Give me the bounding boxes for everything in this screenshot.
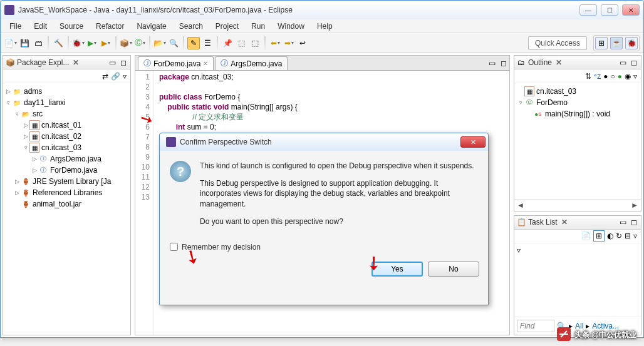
categorize-icon[interactable]: ⊞ (593, 230, 605, 242)
new-button[interactable]: 📄 (4, 37, 17, 49)
menu-refactor[interactable]: Refactor (91, 21, 129, 32)
editor-tabs: Ⓙ ForDemo.java ✕ Ⓙ ArgsDemo.java ▭ ◻ (135, 56, 509, 71)
titlebar: JavaSE_WorkSpace - Java - day11_lianxi/s… (1, 1, 643, 19)
collapse-all-icon[interactable]: ⇄ (102, 72, 108, 81)
view-menu-icon[interactable]: ▿ (123, 72, 127, 81)
outline-icon: 🗂 (517, 58, 526, 67)
tree-item[interactable]: ▷🏺JRE System Library [Ja (4, 176, 129, 187)
method-icon: ●S (533, 109, 543, 119)
tree-item[interactable]: ▷📁adms (4, 86, 129, 97)
menu-run[interactable]: Run (246, 21, 270, 32)
new-task-icon[interactable]: 📄 (581, 232, 591, 240)
eclipse-icon (4, 5, 14, 15)
toggle-mark-button[interactable]: ✎ (187, 37, 200, 49)
tree-item[interactable]: ▿▦cn.itcast_03 (4, 142, 129, 153)
sort-icon[interactable]: ⇅ (585, 72, 591, 81)
nav-left-button[interactable]: ⬅ (269, 37, 281, 49)
menu-project[interactable]: Project (210, 21, 244, 32)
menu-navigate[interactable]: Navigate (132, 21, 171, 32)
outline-close[interactable]: ✕ (556, 58, 562, 67)
find-input[interactable] (517, 320, 554, 332)
minimize-button[interactable]: — (579, 4, 597, 16)
tab-fordemo[interactable]: Ⓙ ForDemo.java ✕ (138, 56, 214, 70)
outline-tree[interactable]: ▦cn.itcast_03 ▿ⒸForDemo ●Smain(String[])… (514, 83, 641, 200)
dialog-close-button[interactable]: ✕ (460, 136, 486, 148)
minimize-icon[interactable]: ▭ (108, 58, 117, 67)
package-icon: ▦ (524, 86, 534, 96)
toggle-breadcrumb-button[interactable]: ☰ (201, 37, 214, 49)
tree-item[interactable]: 🏺animal_tool.jar (4, 198, 129, 210)
maximize-button[interactable]: ☐ (601, 4, 618, 16)
tree-item[interactable]: ▷🏺Referenced Libraries (4, 187, 129, 198)
minimize-icon[interactable]: ▭ (618, 58, 627, 67)
package-tree[interactable]: ▷📁adms▿📁day11_lianxi▿📂src▷▦cn.itcast_01▷… (3, 83, 130, 335)
hide-nonpublic-icon[interactable]: ● (618, 72, 622, 81)
link-button[interactable]: ⬚ (249, 37, 261, 49)
link-editor-icon[interactable]: 🔗 (111, 72, 120, 81)
menu-window[interactable]: Window (273, 21, 309, 32)
nav-right-button[interactable]: ➡ (283, 37, 295, 49)
tree-item[interactable]: ▷▦cn.itcast_01 (4, 120, 129, 131)
menu-source[interactable]: Source (55, 21, 88, 32)
quick-access[interactable]: Quick Access (528, 36, 587, 50)
task-button[interactable]: ⬚ (235, 37, 247, 49)
tasklist-title: Task List (528, 218, 558, 226)
editor-minimize-icon[interactable]: ▭ (486, 56, 498, 70)
new-package-button[interactable]: 📦 (120, 37, 132, 49)
menu-search[interactable]: Search (174, 21, 208, 32)
tasklist-menu-icon[interactable]: ▿ (633, 232, 637, 240)
debug-button[interactable]: 🐞 (72, 37, 85, 49)
tab-close-icon[interactable]: ✕ (203, 60, 208, 67)
minimize-icon[interactable]: ▭ (618, 218, 627, 226)
debug-perspective-button[interactable]: 🐞 (625, 37, 638, 49)
save-button[interactable]: 💾 (18, 37, 31, 49)
java-perspective-button[interactable]: ☕ (610, 37, 623, 49)
menu-file[interactable]: File (4, 21, 26, 32)
hide-static-icon[interactable]: ○ (611, 72, 615, 81)
run-button[interactable]: ▶ (86, 37, 98, 49)
collapse-icon[interactable]: ⊟ (625, 232, 631, 240)
maximize-icon[interactable]: ◻ (630, 218, 638, 226)
tree-item[interactable]: ▷ⒿArgsDemo.java (4, 153, 129, 165)
expand-icon[interactable]: ▿ (517, 246, 521, 255)
dialog-title: Confirm Perspective Switch (180, 138, 460, 146)
pin-button[interactable]: 📌 (221, 37, 234, 49)
tree-item[interactable]: ▿📁day11_lianxi (4, 97, 129, 108)
sync-icon[interactable]: ↻ (616, 232, 622, 240)
az-icon[interactable]: ᵃz (594, 72, 601, 81)
menu-edit[interactable]: Edit (29, 21, 52, 32)
yes-button[interactable]: Yes (371, 262, 423, 277)
menubar: File Edit Source Refactor Navigate Searc… (1, 19, 643, 33)
java-file-icon: Ⓙ (221, 58, 228, 69)
package-explorer-close[interactable]: ✕ (73, 58, 79, 67)
tree-item[interactable]: ▿📂src (4, 108, 129, 120)
focus-icon[interactable]: ◐ (607, 232, 613, 240)
remember-checkbox[interactable] (170, 243, 178, 251)
hide-fields-icon[interactable]: ● (603, 72, 608, 81)
tree-item[interactable]: ▷▦cn.itcast_02 (4, 131, 129, 142)
outline-scrollbar[interactable]: ◄► (514, 200, 641, 211)
close-button[interactable]: ✕ (622, 4, 640, 16)
tasklist-icon: 📋 (517, 218, 526, 226)
search-button[interactable]: 🔍 (167, 37, 180, 49)
open-perspective-button[interactable]: ⊞ (595, 37, 608, 49)
window-title: JavaSE_WorkSpace - Java - day11_lianxi/s… (18, 6, 579, 14)
class-icon: Ⓒ (524, 98, 534, 108)
maximize-icon[interactable]: ◻ (630, 58, 638, 67)
build-button[interactable]: 🔨 (52, 37, 65, 49)
last-edit-button[interactable]: ↩ (296, 37, 309, 49)
outline-menu-icon[interactable]: ▿ (633, 72, 637, 81)
tree-item[interactable]: ▷ⒿForDemo.java (4, 165, 129, 176)
run-last-button[interactable]: ▶ (100, 37, 112, 49)
tasklist-close[interactable]: ✕ (561, 218, 568, 226)
editor-maximize-icon[interactable]: ◻ (498, 56, 509, 70)
save-all-button[interactable]: 🗃 (32, 37, 44, 49)
tab-argsdemo[interactable]: Ⓙ ArgsDemo.java (215, 56, 288, 70)
menu-help[interactable]: Help (312, 21, 338, 32)
hide-local-icon[interactable]: ◉ (625, 72, 631, 81)
open-type-button[interactable]: 📂 (153, 37, 166, 49)
no-button[interactable]: No (428, 262, 479, 277)
new-class-button[interactable]: Ⓒ (133, 37, 146, 49)
maximize-icon[interactable]: ◻ (119, 58, 128, 67)
confirm-perspective-dialog: Confirm Perspective Switch ✕ ? This kind… (159, 133, 489, 305)
